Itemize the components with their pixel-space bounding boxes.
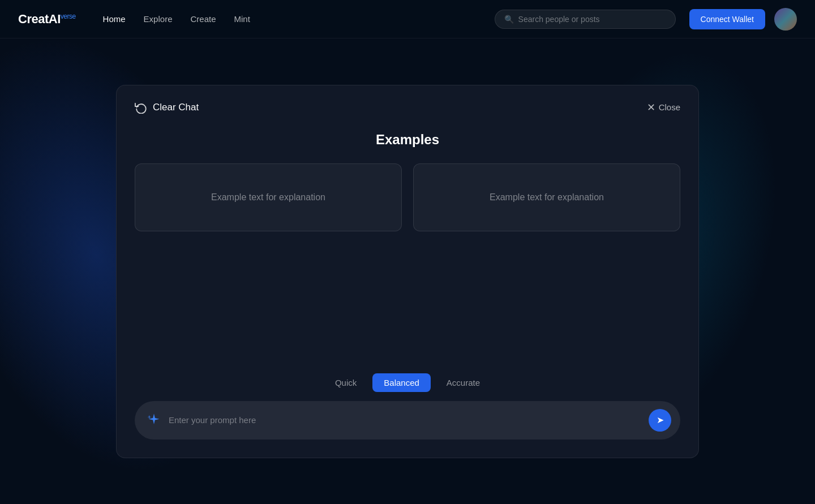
send-icon: ➤ bbox=[657, 415, 664, 425]
close-icon: ✕ bbox=[647, 102, 655, 113]
clear-chat-label: Clear Chat bbox=[153, 102, 199, 113]
main-content: Clear Chat ✕ Close Examples Example text… bbox=[0, 38, 815, 504]
connect-wallet-button[interactable]: Connect Wallet bbox=[689, 9, 765, 29]
avatar[interactable] bbox=[774, 8, 797, 31]
navbar: CreatAIverse Home Explore Create Mint 🔍 … bbox=[0, 0, 815, 38]
example-card-2-text: Example text for explanation bbox=[490, 192, 604, 203]
brand-suffix: verse bbox=[61, 12, 76, 20]
nav-explore[interactable]: Explore bbox=[144, 14, 173, 24]
clear-chat-button[interactable]: Clear Chat bbox=[135, 101, 199, 114]
sparkle-icon bbox=[146, 412, 162, 428]
search-icon: 🔍 bbox=[504, 15, 514, 24]
nav-links: Home Explore Create Mint bbox=[103, 14, 250, 24]
search-input[interactable] bbox=[518, 15, 666, 24]
search-bar[interactable]: 🔍 bbox=[495, 10, 676, 29]
dialog-header: Clear Chat ✕ Close bbox=[135, 101, 680, 114]
mode-balanced-button[interactable]: Balanced bbox=[372, 373, 431, 392]
send-button[interactable]: ➤ bbox=[649, 409, 671, 432]
refresh-icon bbox=[135, 101, 147, 114]
example-card-2[interactable]: Example text for explanation bbox=[413, 163, 680, 231]
nav-home[interactable]: Home bbox=[103, 14, 126, 24]
prompt-container: ➤ bbox=[135, 401, 680, 440]
mode-accurate-button[interactable]: Accurate bbox=[435, 373, 491, 392]
close-button[interactable]: ✕ Close bbox=[647, 102, 680, 113]
examples-grid: Example text for explanation Example tex… bbox=[135, 163, 680, 231]
example-card-1-text: Example text for explanation bbox=[211, 192, 325, 203]
prompt-input[interactable] bbox=[169, 415, 642, 425]
bottom-section: Quick Balanced Accurate ➤ bbox=[135, 373, 680, 440]
nav-create[interactable]: Create bbox=[190, 14, 216, 24]
example-card-1[interactable]: Example text for explanation bbox=[135, 163, 402, 231]
logo[interactable]: CreatAIverse bbox=[18, 12, 76, 27]
mode-selector: Quick Balanced Accurate bbox=[135, 373, 680, 392]
nav-mint[interactable]: Mint bbox=[234, 14, 250, 24]
examples-title: Examples bbox=[135, 132, 680, 148]
chat-dialog: Clear Chat ✕ Close Examples Example text… bbox=[116, 85, 699, 458]
mode-quick-button[interactable]: Quick bbox=[324, 373, 368, 392]
close-label: Close bbox=[659, 102, 680, 112]
brand-name: CreatAIverse bbox=[18, 12, 76, 27]
